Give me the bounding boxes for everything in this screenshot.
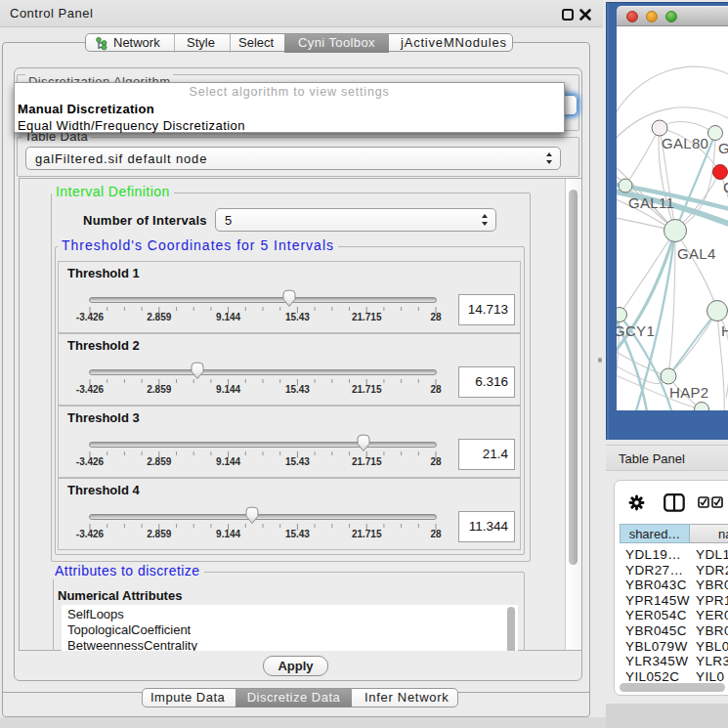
svg-text:GAL11: GAL11 [628,194,674,211]
svg-text:H: H [721,322,728,339]
svg-text:C: C [723,179,728,195]
svg-text:GAL4: GAL4 [677,245,716,262]
svg-text:G: G [718,140,728,156]
svg-text:GAL80: GAL80 [662,135,708,151]
svg-text:HAP2: HAP2 [669,384,708,401]
svg-text:GCY1: GCY1 [617,322,655,339]
